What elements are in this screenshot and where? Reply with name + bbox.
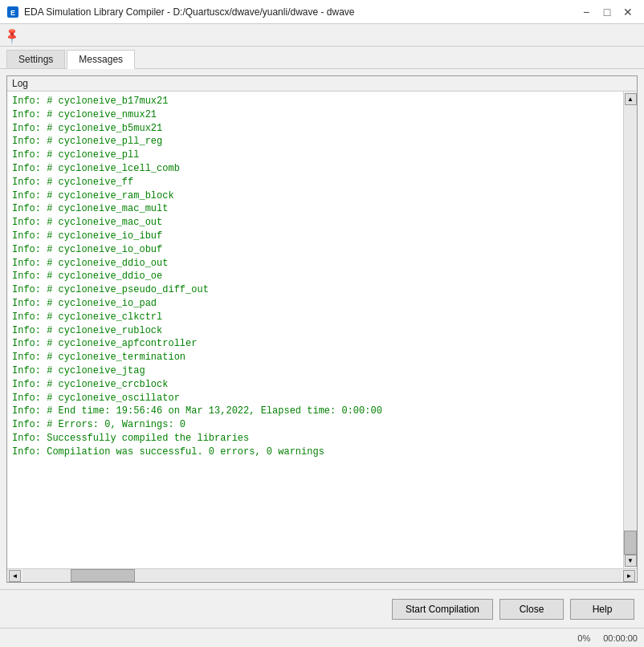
log-line: Info: # cycloneive_nmux21 — [12, 108, 618, 122]
log-line: Info: # cycloneive_io_pad — [12, 297, 618, 311]
log-line: Info: Successfully compiled the librarie… — [12, 432, 618, 446]
log-line: Info: # End time: 19:56:46 on Mar 13,202… — [12, 405, 618, 418]
log-line: Info: # cycloneive_crcblock — [12, 378, 618, 392]
tab-settings[interactable]: Settings — [6, 50, 65, 68]
svg-text:E: E — [10, 9, 15, 17]
log-line: Info: # cycloneive_apfcontroller — [12, 337, 618, 351]
help-button[interactable]: Help — [570, 599, 634, 620]
vertical-scrollbar[interactable]: ▲ ▼ — [623, 92, 637, 568]
title-bar: E EDA Simulation Library Compiler - D:/Q… — [0, 0, 644, 24]
log-line: Info: # cycloneive_ram_block — [12, 189, 618, 203]
title-bar-left: E EDA Simulation Library Compiler - D:/Q… — [6, 6, 355, 18]
log-line: Info: # cycloneive_clkctrl — [12, 311, 618, 324]
scroll-track-horizontal — [22, 569, 622, 582]
log-line: Info: # Errors: 0, Warnings: 0 — [12, 418, 618, 432]
log-line: Info: # cycloneive_io_ibuf — [12, 230, 618, 243]
bottom-bar: Start Compilation Close Help — [0, 589, 644, 628]
log-line: Info: # cycloneive_ff — [12, 176, 618, 189]
scroll-track-vertical — [624, 105, 637, 555]
log-line: Info: # cycloneive_lcell_comb — [12, 162, 618, 176]
tab-messages[interactable]: Messages — [67, 50, 135, 69]
log-line: Info: # cycloneive_pll_reg — [12, 135, 618, 149]
progress-status: 0% — [577, 633, 590, 643]
scroll-thumb-horizontal[interactable] — [71, 569, 135, 582]
log-line: Info: # cycloneive_oscillator — [12, 392, 618, 405]
log-line: Info: # cycloneive_ddio_oe — [12, 270, 618, 283]
scroll-down-arrow[interactable]: ▼ — [625, 555, 637, 567]
scroll-thumb-vertical[interactable] — [624, 531, 637, 555]
scroll-left-arrow[interactable]: ◄ — [9, 570, 21, 582]
close-window-button[interactable]: ✕ — [618, 3, 638, 21]
main-content: Log Info: # cycloneive_b17mux21Info: # c… — [0, 69, 644, 589]
window-title: EDA Simulation Library Compiler - D:/Qua… — [24, 6, 355, 18]
title-bar-controls: − □ ✕ — [577, 3, 638, 21]
log-panel: Log Info: # cycloneive_b17mux21Info: # c… — [6, 75, 638, 583]
log-line: Info: # cycloneive_termination — [12, 351, 618, 364]
log-line: Info: # cycloneive_b17mux21 — [12, 95, 618, 108]
log-line: Info: # cycloneive_mac_mult — [12, 202, 618, 216]
maximize-button[interactable]: □ — [597, 3, 617, 21]
log-line: Info: # cycloneive_pseudo_diff_out — [12, 283, 618, 297]
log-content: Info: # cycloneive_b17mux21Info: # cyclo… — [7, 92, 637, 568]
pin-icon[interactable]: 📌 — [2, 26, 21, 44]
log-line: Info: # cycloneive_mac_out — [12, 216, 618, 230]
log-line: Info: # cycloneive_b5mux21 — [12, 122, 618, 136]
log-line: Info: # cycloneive_jtag — [12, 364, 618, 378]
start-compilation-button[interactable]: Start Compilation — [392, 599, 493, 620]
log-label: Log — [7, 76, 637, 92]
status-bar: 0% 00:00:00 — [0, 628, 644, 647]
log-line: Info: Compilation was successful. 0 erro… — [12, 446, 618, 459]
toolbar: 📌 — [0, 24, 644, 47]
log-line: Info: # cycloneive_rublock — [12, 324, 618, 338]
log-line: Info: # cycloneive_ddio_out — [12, 257, 618, 271]
log-text-area[interactable]: Info: # cycloneive_b17mux21Info: # cyclo… — [7, 92, 623, 568]
elapsed-time: 00:00:00 — [603, 633, 638, 643]
minimize-button[interactable]: − — [577, 3, 596, 21]
close-button[interactable]: Close — [499, 599, 564, 620]
log-line: Info: # cycloneive_pll — [12, 149, 618, 162]
scroll-right-arrow[interactable]: ► — [623, 570, 635, 582]
scroll-up-arrow[interactable]: ▲ — [625, 93, 637, 105]
log-line: Info: # cycloneive_io_obuf — [12, 243, 618, 257]
app-icon: E — [6, 6, 19, 18]
horizontal-scrollbar[interactable]: ◄ ► — [7, 568, 637, 582]
tabs-bar: Settings Messages — [0, 47, 644, 69]
